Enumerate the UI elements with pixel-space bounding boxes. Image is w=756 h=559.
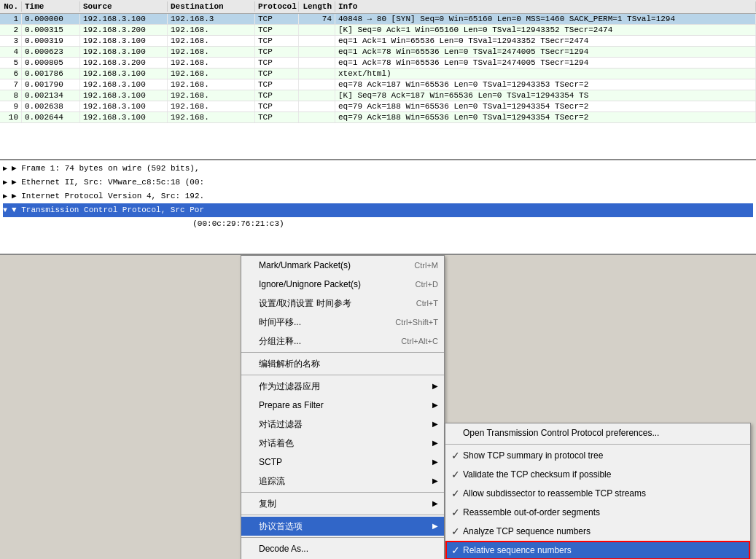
submenu-item[interactable]: ✓Analyze TCP sequence numbers bbox=[445, 522, 750, 541]
context-menu: Mark/Unmark Packet(s)Ctrl+MIgnore/Unigno… bbox=[241, 255, 445, 559]
submenu-item[interactable]: ✓Validate the TCP checksum if possible bbox=[445, 465, 750, 484]
submenu-arrow-icon: ▶ bbox=[432, 496, 438, 511]
packet-no: 8 bbox=[0, 90, 22, 101]
col-no-header: No. bbox=[0, 1, 22, 12]
packet-dst: 192.168. bbox=[168, 36, 255, 46]
packet-row[interactable]: 7 0.001790 192.168.3.100 192.168. TCP eq… bbox=[0, 79, 756, 90]
packet-row[interactable]: 6 0.001786 192.168.3.100 192.168. TCP xt… bbox=[0, 69, 756, 79]
packet-proto: TCP bbox=[255, 25, 299, 35]
submenu-item[interactable]: ✓Relative sequence numbers bbox=[445, 541, 750, 559]
submenu-item-label: Allow subdissector to reassemble TCP str… bbox=[463, 486, 646, 501]
context-menu-item[interactable]: 对话着色▶ bbox=[241, 434, 444, 453]
context-menu-item[interactable]: 作为过滤器应用▶ bbox=[241, 377, 444, 396]
packet-info: eq=1 Ack=1 Win=65536 Len=0 TSval=1294335… bbox=[335, 36, 756, 46]
menu-shortcut: Ctrl+Alt+C bbox=[401, 334, 438, 348]
submenu-item-label: Analyze TCP sequence numbers bbox=[463, 524, 591, 539]
context-menu-item[interactable]: 分组注释...Ctrl+Alt+C bbox=[241, 332, 444, 351]
packet-info: eq=79 Ack=188 Win=65536 Len=0 TSval=1294… bbox=[335, 101, 756, 112]
packet-time: 0.000000 bbox=[22, 14, 80, 24]
packet-dst: 192.168. bbox=[168, 79, 255, 90]
packet-time: 0.002134 bbox=[22, 90, 80, 101]
context-menu-item[interactable]: SCTP▶ bbox=[241, 453, 444, 472]
detail-row[interactable]: ▶ Ethernet II, Src: VMware_c8:5c:18 (00: bbox=[3, 176, 753, 189]
context-menu-item[interactable]: Mark/Unmark Packet(s)Ctrl+M bbox=[241, 256, 444, 275]
packet-time: 0.002644 bbox=[22, 112, 80, 122]
packet-row[interactable]: 5 0.000805 192.168.3.200 192.168. TCP eq… bbox=[0, 58, 756, 69]
packet-proto: TCP bbox=[255, 14, 299, 24]
context-menu-item[interactable]: 编辑解析的名称 bbox=[241, 354, 444, 373]
packet-time: 0.001790 bbox=[22, 79, 80, 90]
context-menu-item[interactable]: 协议首选项▶ bbox=[241, 517, 444, 536]
submenu-item[interactable]: Open Transmission Control Protocol prefe… bbox=[445, 423, 750, 442]
submenu-item[interactable]: ✓Allow subdissector to reassemble TCP st… bbox=[445, 484, 750, 503]
menu-item-label: 对话着色 bbox=[259, 436, 294, 450]
context-menu-item[interactable]: 复制▶ bbox=[241, 494, 444, 513]
menu-item-label: Decode As... bbox=[259, 542, 308, 556]
packet-len bbox=[299, 25, 335, 35]
packet-len bbox=[299, 36, 335, 46]
packet-row[interactable]: 8 0.002134 192.168.3.100 192.168. TCP [K… bbox=[0, 90, 756, 101]
context-menu-item[interactable]: Prepare as Filter▶ bbox=[241, 396, 444, 415]
submenu-item[interactable]: ✓Show TCP summary in protocol tree bbox=[445, 446, 750, 465]
packet-list-header: No. Time Source Destination Protocol Len… bbox=[0, 0, 756, 14]
context-menu-item[interactable]: Decode As... bbox=[241, 539, 444, 558]
menu-shortcut: Ctrl+M bbox=[414, 258, 438, 273]
packet-proto: TCP bbox=[255, 79, 299, 90]
packet-row[interactable]: 2 0.000315 192.168.3.200 192.168. TCP [K… bbox=[0, 25, 756, 36]
packet-info: eq=79 Ack=188 Win=65536 Len=0 TSval=1294… bbox=[335, 112, 756, 122]
submenu-item-label: Relative sequence numbers bbox=[463, 543, 572, 558]
packet-proto: TCP bbox=[255, 101, 299, 112]
packet-src: 192.168.3.100 bbox=[80, 90, 168, 101]
menu-item-label: Prepare as Filter bbox=[259, 398, 324, 413]
submenu-arrow-icon: ▶ bbox=[432, 474, 438, 488]
packet-proto: TCP bbox=[255, 58, 299, 68]
packet-list: No. Time Source Destination Protocol Len… bbox=[0, 0, 756, 160]
packet-row[interactable]: 3 0.000319 192.168.3.100 192.168. TCP eq… bbox=[0, 36, 756, 47]
packet-row[interactable]: 10 0.002644 192.168.3.100 192.168. TCP e… bbox=[0, 112, 756, 123]
detail-row[interactable]: ▶ Frame 1: 74 bytes on wire (592 bits), bbox=[3, 162, 753, 176]
packet-row[interactable]: 1 0.000000 192.168.3.100 192.168.3 TCP 7… bbox=[0, 14, 756, 25]
submenu-separator bbox=[445, 444, 750, 445]
packet-len: 74 bbox=[299, 14, 335, 24]
packet-info: eq=1 Ack=78 Win=65536 Len=0 TSval=247400… bbox=[335, 58, 756, 68]
submenu-item-label: Reassemble out-of-order segments bbox=[463, 505, 600, 520]
submenu-arrow-icon: ▶ bbox=[432, 379, 438, 394]
menu-item-label: 编辑解析的名称 bbox=[259, 356, 320, 371]
packet-dst: 192.168. bbox=[168, 90, 255, 101]
col-dst-header: Destination bbox=[168, 1, 255, 12]
context-menu-item[interactable]: 对话过滤器▶ bbox=[241, 415, 444, 434]
col-len-header: Length bbox=[299, 1, 335, 12]
packet-no: 10 bbox=[0, 112, 22, 122]
packet-no: 2 bbox=[0, 25, 22, 35]
submenu-item-label: Open Transmission Control Protocol prefe… bbox=[463, 426, 659, 440]
packet-row[interactable]: 9 0.002638 192.168.3.100 192.168. TCP eq… bbox=[0, 101, 756, 112]
detail-row[interactable]: ▶ Internet Protocol Version 4, Src: 192. bbox=[3, 189, 753, 203]
packet-src: 192.168.3.100 bbox=[80, 69, 168, 79]
menu-item-label: 复制 bbox=[259, 496, 276, 511]
context-menu-item[interactable]: Ignore/Unignore Packet(s)Ctrl+D bbox=[241, 275, 444, 294]
col-info-header: Info bbox=[335, 1, 756, 12]
context-menu-item[interactable]: 追踪流▶ bbox=[241, 472, 444, 490]
menu-shortcut: Ctrl+D bbox=[416, 277, 438, 292]
packet-no: 6 bbox=[0, 69, 22, 79]
detail-row[interactable]: ▼ Transmission Control Protocol, Src Por bbox=[3, 203, 753, 217]
submenu-item-label: Validate the TCP checksum if possible bbox=[463, 467, 611, 482]
packet-no: 7 bbox=[0, 79, 22, 90]
submenu-arrow-icon: ▶ bbox=[432, 455, 438, 469]
submenu-arrow-icon: ▶ bbox=[432, 519, 438, 533]
detail-area: ▶ Frame 1: 74 bytes on wire (592 bits),▶… bbox=[0, 160, 756, 255]
submenu-item[interactable]: ✓Reassemble out-of-order segments bbox=[445, 503, 750, 522]
packet-src: 192.168.3.200 bbox=[80, 58, 168, 68]
packet-proto: TCP bbox=[255, 69, 299, 79]
context-menu-item[interactable]: 时间平移...Ctrl+Shift+T bbox=[241, 313, 444, 332]
menu-separator bbox=[241, 537, 444, 538]
submenu-arrow-icon: ▶ bbox=[432, 398, 438, 413]
context-menu-item[interactable]: 设置/取消设置 时间参考Ctrl+T bbox=[241, 294, 444, 313]
packet-dst: 192.168. bbox=[168, 101, 255, 112]
menu-item-label: 协议首选项 bbox=[259, 519, 303, 533]
packet-dst: 192.168. bbox=[168, 69, 255, 79]
packet-proto: TCP bbox=[255, 47, 299, 57]
packet-info: eq=78 Ack=187 Win=65536 Len=0 TSval=1294… bbox=[335, 79, 756, 90]
menu-separator bbox=[241, 375, 444, 375]
packet-row[interactable]: 4 0.000623 192.168.3.100 192.168. TCP eq… bbox=[0, 47, 756, 58]
